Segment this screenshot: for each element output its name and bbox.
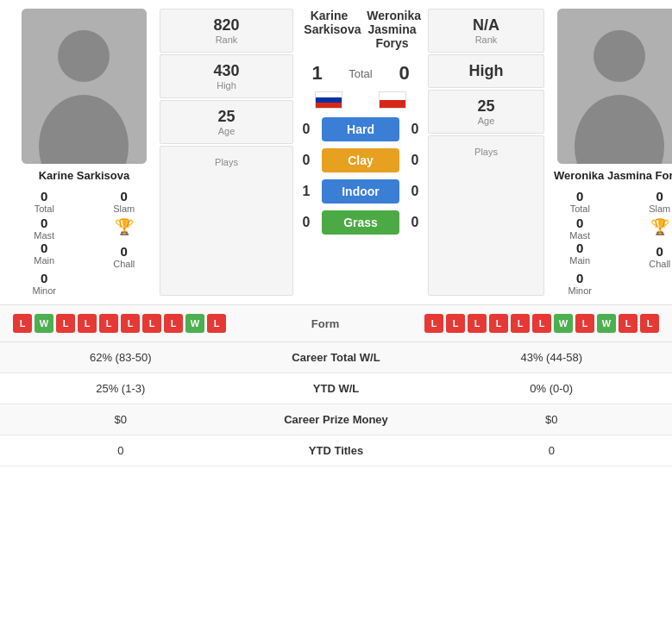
- player1-name: Karine Sarkisova: [39, 169, 130, 182]
- flag-row: [298, 91, 424, 109]
- form-badge-p1: L: [142, 314, 161, 333]
- stats-left-val: 62% (83-50): [0, 351, 242, 364]
- player2-high-box: High: [428, 54, 544, 88]
- stats-left-val: $0: [0, 413, 242, 426]
- player1-trophy: 🏆: [89, 216, 160, 241]
- main-container: Karine Sarkisova 0 Total 0 Slam 0 Mast 🏆: [0, 0, 672, 467]
- form-badge-p1: W: [185, 314, 204, 333]
- trophy-icon-1: 🏆: [115, 217, 134, 236]
- player1-minor: 0 Minor: [9, 271, 80, 296]
- center-comparison: Karine Sarkisova Weronika Jasmina Forys …: [293, 9, 428, 296]
- form-badge-p2: W: [597, 314, 616, 333]
- form-badge-p1: L: [56, 314, 75, 333]
- trophy-icon-2: 🏆: [650, 217, 669, 236]
- player1-stats: 0 Total 0 Slam 0 Mast 🏆 0 Main: [9, 189, 160, 296]
- p1-header-name: Karine Sarkisova: [304, 9, 354, 50]
- stats-center-label: YTD Titles: [242, 444, 431, 457]
- player2-avatar: [557, 9, 672, 164]
- surface-row-hard: 0 Hard 0: [298, 117, 424, 141]
- form-badge-p1: L: [207, 314, 226, 333]
- flag-poland: [379, 91, 406, 109]
- player2-slam: 0 Slam: [625, 189, 673, 214]
- player2-minor: 0 Minor: [544, 271, 616, 296]
- player1-total: 0 Total: [9, 189, 80, 214]
- score-right: 0: [393, 62, 415, 85]
- player1-high-box: 430 High: [160, 54, 293, 98]
- form-badge-p2: L: [532, 314, 551, 333]
- flag-russia: [315, 91, 342, 109]
- player1-avatar: [22, 9, 147, 164]
- player2-stats: 0 Total 0 Slam 0 Mast 🏆 0 Main: [544, 189, 672, 296]
- stats-right-val: $0: [431, 413, 673, 426]
- form-badge-p1: L: [99, 314, 118, 333]
- stats-row: $0Career Prize Money$0: [0, 404, 672, 435]
- stats-right-val: 0: [431, 444, 673, 457]
- player1-card: Karine Sarkisova 0 Total 0 Slam 0 Mast 🏆: [9, 9, 160, 296]
- p2-header-name: Weronika Jasmina Forys: [367, 9, 417, 50]
- player1-age-box: 25 Age: [160, 100, 293, 144]
- form-badge-p2: W: [554, 314, 573, 333]
- surface-indoor-badge: Indoor: [322, 179, 399, 204]
- form-badge-p2: L: [619, 314, 637, 333]
- surface-row-clay: 0 Clay 0: [298, 148, 424, 172]
- player1-rank-box: 820 Rank: [160, 9, 293, 53]
- player1-slam: 0 Slam: [89, 189, 160, 214]
- player2-name: Weronika Jasmina Forys: [554, 169, 672, 182]
- stats-center-label: Career Total W/L: [242, 351, 431, 364]
- stats-right-val: 43% (44-58): [431, 351, 673, 364]
- surface-hard-badge: Hard: [322, 117, 399, 141]
- form-section: LWLLLLLLWL Form LLLLLLWLWLL: [0, 304, 672, 341]
- form-badge-p1: L: [121, 314, 140, 333]
- surface-row-grass: 0 Grass 0: [298, 210, 424, 235]
- svg-point-1: [58, 30, 110, 82]
- stats-left-val: 0: [0, 444, 242, 457]
- player2-age-box: 25 Age: [428, 90, 544, 134]
- stats-center-label: Career Prize Money: [242, 413, 431, 426]
- form-badge-p2: L: [424, 314, 443, 333]
- form-badge-p2: L: [468, 314, 487, 333]
- player2-plays-box: Plays: [428, 135, 544, 296]
- form-badge-p1: L: [78, 314, 97, 333]
- player2-middle-stats: N/A Rank High 25 Age Plays: [428, 9, 544, 296]
- player2-form: LLLLLLWLWLL: [424, 314, 659, 333]
- player2-mast: 0 Mast: [544, 216, 616, 241]
- form-badge-p1: L: [164, 314, 183, 333]
- player1-form: LWLLLLLLWL: [13, 314, 226, 333]
- form-badge-p1: L: [13, 314, 32, 333]
- form-badge-p2: L: [446, 314, 465, 333]
- form-badge-p2: L: [511, 314, 530, 333]
- player1-plays-box: Plays: [160, 146, 293, 296]
- svg-point-4: [593, 30, 645, 82]
- stats-row: 0YTD Titles0: [0, 435, 672, 467]
- surface-rows: 0 Hard 0 0 Clay 0 1 Indoor 0 0 Grass: [298, 117, 424, 235]
- stats-row: 25% (1-3)YTD W/L0% (0-0): [0, 373, 672, 404]
- player2-main: 0 Main: [544, 241, 616, 269]
- total-label: Total: [335, 67, 386, 80]
- player2-rank-box: N/A Rank: [428, 9, 544, 53]
- surface-grass-badge: Grass: [322, 210, 399, 235]
- stats-table: 62% (83-50)Career Total W/L43% (44-58)25…: [0, 341, 672, 467]
- form-label: Form: [291, 317, 360, 330]
- player2-chall: 0 Chall: [625, 244, 673, 269]
- player2-total: 0 Total: [544, 189, 616, 214]
- player2-card: Weronika Jasmina Forys 0 Total 0 Slam 0 …: [544, 9, 672, 296]
- stats-row: 62% (83-50)Career Total W/L43% (44-58): [0, 342, 672, 373]
- total-row: 1 Total 0: [298, 62, 424, 85]
- surface-clay-badge: Clay: [322, 148, 399, 172]
- form-badge-p2: L: [489, 314, 508, 333]
- form-badge-p2: L: [575, 314, 594, 333]
- stats-right-val: 0% (0-0): [431, 382, 673, 395]
- form-badge-p1: W: [35, 314, 53, 333]
- form-badge-p2: L: [640, 314, 659, 333]
- player1-chall: 0 Chall: [89, 244, 160, 269]
- player2-trophy: 🏆: [625, 216, 673, 241]
- surface-row-indoor: 1 Indoor 0: [298, 179, 424, 204]
- score-left: 1: [306, 62, 328, 85]
- player1-mast: 0 Mast: [9, 216, 80, 241]
- stats-left-val: 25% (1-3): [0, 382, 242, 395]
- stats-center-label: YTD W/L: [242, 382, 431, 395]
- player1-middle-stats: 820 Rank 430 High 25 Age Plays: [160, 9, 293, 296]
- player1-main: 0 Main: [9, 241, 80, 269]
- players-section: Karine Sarkisova 0 Total 0 Slam 0 Mast 🏆: [0, 0, 672, 304]
